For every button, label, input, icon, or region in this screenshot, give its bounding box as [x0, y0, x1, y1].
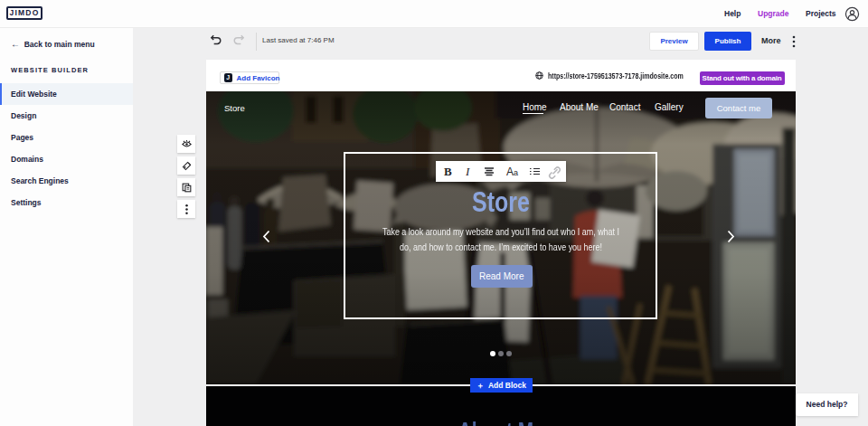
svg-text:a: a — [514, 168, 518, 177]
svg-text:B: B — [444, 165, 452, 178]
svg-text:A: A — [506, 166, 514, 178]
svg-text:I: I — [465, 165, 470, 178]
